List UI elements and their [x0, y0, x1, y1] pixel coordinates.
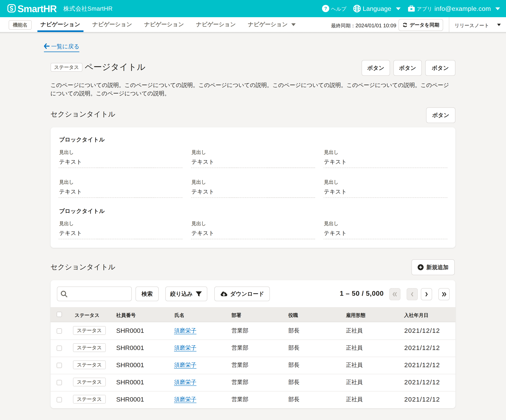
svg-text:?: ? [324, 6, 327, 11]
